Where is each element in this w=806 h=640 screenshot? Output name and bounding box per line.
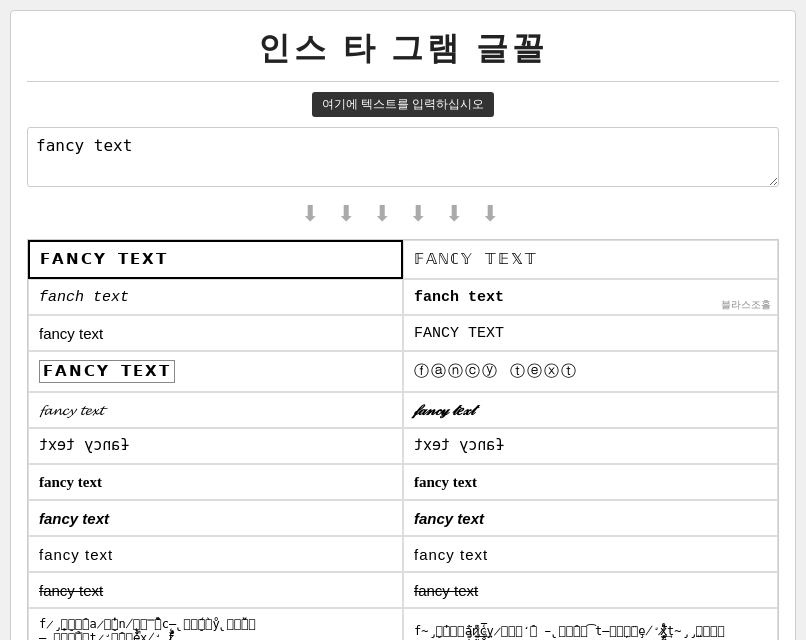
result-cell[interactable]: 𝓯𝓪𝓷𝓬𝔂 𝓽𝓮𝔁𝓽 — [28, 392, 403, 428]
result-text: fancy text — [414, 546, 488, 563]
tooltip-badge: 여기에 텍스트를 입력하십시오 — [312, 92, 495, 117]
result-cell[interactable]: ʇxǝʇ ʎɔuɐɟ — [28, 428, 403, 464]
result-cell[interactable]: 𝔽𝔸ℕℂ𝕐 𝕋𝔼𝕏𝕋 — [403, 240, 778, 279]
result-text: fanch text — [414, 289, 504, 306]
result-text: fancy text — [39, 582, 103, 599]
result-cell[interactable]: fancy text — [28, 464, 403, 500]
result-text: fancy text — [39, 325, 103, 342]
divider — [27, 81, 779, 82]
result-text: ʇxǝʇ ʎɔuɐɟ — [414, 437, 504, 455]
result-cell[interactable]: fancy text — [403, 536, 778, 572]
result-text: fanch text — [39, 289, 129, 306]
tooltip-bar: 여기에 텍스트를 입력하십시오 — [27, 92, 779, 117]
result-text: f̴̡̮͔̓͛͟͟a̵̡͈̦̺̓̈͘n̷̡̪̰̱̎̓͟c̵̡̙̮͑̅͢y̷͓͙͈… — [414, 624, 725, 638]
result-text: fancy text — [39, 546, 113, 563]
result-text: f̷̡̱̥͖̠͆͊̑͞a̷͔̮̓̍͂n̸̨̨͕͖̿̀̐̏͟c̶̢͕͍̠̈́͊̀͢… — [39, 617, 392, 640]
result-text: ʇxǝʇ ʎɔuɐɟ — [39, 437, 129, 455]
result-cell[interactable]: fanch text 블라스조홀 — [403, 279, 778, 315]
results-grid: 𝗙𝗔𝗡𝗖𝗬 𝗧𝗘𝗫𝗧 𝔽𝔸ℕℂ𝕐 𝕋𝔼𝕏𝕋 fanch text fanch t… — [27, 239, 779, 640]
result-cell[interactable]: ʇxǝʇ ʎɔuɐɟ — [403, 428, 778, 464]
result-cell[interactable]: FANCY TEXT — [403, 315, 778, 351]
main-container: 인스 타 그램 글꼴 여기에 텍스트를 입력하십시오 fancy text ⬇ … — [10, 10, 796, 640]
result-cell[interactable]: fancy text — [28, 315, 403, 351]
result-cell[interactable]: f̷̡̱̥͖̠͆͊̑͞a̷͔̮̓̍͂n̸̨̨͕͖̿̀̐̏͟c̶̢͕͍̠̈́͊̀͢… — [28, 608, 403, 640]
result-text: fancy text — [39, 510, 109, 527]
result-text: fancy text — [414, 474, 477, 491]
result-text: 𝒻𝒶𝓃𝒸𝓎 𝓉𝑒𝓍𝓉 — [414, 402, 474, 419]
korean-note: 블라스조홀 — [721, 298, 771, 312]
page-title: 인스 타 그램 글꼴 — [27, 27, 779, 71]
result-cell[interactable]: fancy text — [28, 572, 403, 608]
result-text: fancy text — [414, 582, 478, 599]
result-cell[interactable]: fancy text — [403, 572, 778, 608]
result-text: ⓕⓐⓝⓒⓨ ⓣⓔⓧⓣ — [414, 362, 578, 381]
result-text: 𝓯𝓪𝓷𝓬𝔂 𝓽𝓮𝔁𝓽 — [39, 402, 103, 419]
down-arrows: ⬇ ⬇ ⬇ ⬇ ⬇ ⬇ — [27, 201, 779, 227]
result-cell[interactable]: ⓕⓐⓝⓒⓨ ⓣⓔⓧⓣ — [403, 351, 778, 392]
result-cell[interactable]: 𝗙𝗔𝗡𝗖𝗬 𝗧𝗘𝗫𝗧 — [28, 240, 403, 279]
result-text: 𝗙𝗔𝗡𝗖𝗬 𝗧𝗘𝗫𝗧 — [40, 250, 168, 269]
result-text: 𝗙𝗔𝗡𝗖𝗬 𝗧𝗘𝗫𝗧 — [39, 360, 175, 383]
result-text: fancy text — [39, 474, 102, 491]
result-cell[interactable]: fancy text — [28, 500, 403, 536]
result-text: FANCY TEXT — [414, 325, 504, 342]
result-cell[interactable]: fanch text — [28, 279, 403, 315]
result-text: 𝔽𝔸ℕℂ𝕐 𝕋𝔼𝕏𝕋 — [414, 250, 538, 269]
result-cell[interactable]: fancy text — [403, 500, 778, 536]
result-cell[interactable]: 𝒻𝒶𝓃𝒸𝓎 𝓉𝑒𝓍𝓉 — [403, 392, 778, 428]
result-cell[interactable]: fancy text — [28, 536, 403, 572]
result-cell[interactable]: f̴̡̮͔̓͛͟͟a̵̡͈̦̺̓̈͘n̷̡̪̰̱̎̓͟c̵̡̙̮͑̅͢y̷͓͙͈… — [403, 608, 778, 640]
result-cell[interactable]: 𝗙𝗔𝗡𝗖𝗬 𝗧𝗘𝗫𝗧 — [28, 351, 403, 392]
result-cell[interactable]: fancy text — [403, 464, 778, 500]
text-input[interactable]: fancy text — [27, 127, 779, 187]
result-text: fancy text — [414, 510, 484, 527]
